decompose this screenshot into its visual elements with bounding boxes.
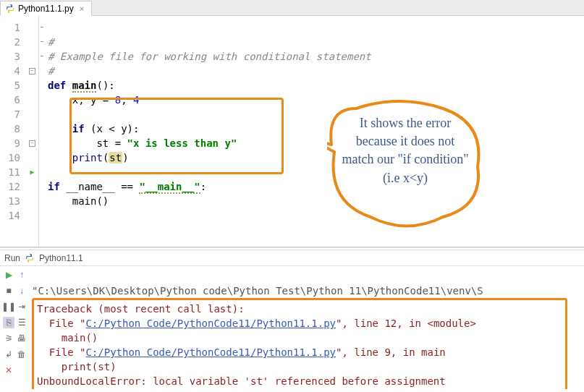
code-line: # Example file for working with conditio… xyxy=(48,51,371,62)
export-icon[interactable]: ⇥ xyxy=(16,301,27,312)
code-line xyxy=(48,166,54,178)
pause-icon[interactable]: ❚❚ xyxy=(3,301,14,312)
code-line: # xyxy=(48,36,54,48)
console-line: main() xyxy=(37,332,98,344)
console-error-line: UnboundLocalError: local variable 'st' r… xyxy=(37,375,446,387)
gutter-markers: − − ▶ xyxy=(26,16,39,247)
settings-icon[interactable]: ☰ xyxy=(16,317,27,328)
console-line: print(st) xyxy=(37,361,117,372)
code-editor[interactable]: 1234567891011121314 − − ▶ # # Example fi… xyxy=(0,16,584,247)
code-line xyxy=(48,108,54,120)
run-console-panel: ▶ ↑ ■ ↓ ❚❚ ⇥ ⎘ ☰ ⚞ 🖶 ↲ 🗑 ✕ "C:\Users\DK\… xyxy=(0,266,584,389)
console-toolbar: ▶ ↑ ■ ↓ ❚❚ ⇥ ⎘ ☰ ⚞ 🖶 ↲ 🗑 ✕ xyxy=(0,266,27,389)
file-tab-label: Python11.1.py xyxy=(18,4,74,14)
traceback-file-link[interactable]: C:/Python Code/PythonCode11/Python11.1.p… xyxy=(85,318,336,329)
code-line: x, y = 8, 4 xyxy=(48,94,139,106)
code-line xyxy=(48,210,54,221)
code-line: # xyxy=(48,65,54,77)
traceback-file-link[interactable]: C:/Python Code/PythonCode11/Python11.1.p… xyxy=(85,346,336,358)
traceback-highlight-box: Traceback (most recent call last): File … xyxy=(32,298,567,389)
close-panel-icon[interactable]: ✕ xyxy=(3,365,14,376)
code-content[interactable]: # # Example file for working with condit… xyxy=(45,16,584,247)
python-file-icon xyxy=(5,4,15,14)
line-number-gutter: 1234567891011121314 xyxy=(0,16,26,247)
console-line: "C:\Users\DK\Desktop\Python code\Python … xyxy=(32,285,483,297)
run-panel-header: Run Python11.1 xyxy=(0,250,584,266)
close-tab-icon[interactable]: × xyxy=(77,4,84,13)
code-line: def main(): xyxy=(48,80,115,93)
file-tab[interactable]: Python11.1.py × xyxy=(0,1,92,16)
scroll-down-icon[interactable]: ↓ xyxy=(16,285,27,297)
trash-icon[interactable]: 🗑 xyxy=(16,349,27,360)
filter-icon[interactable]: ⚞ xyxy=(3,333,14,344)
code-line: if (x < y): xyxy=(48,123,139,135)
fold-close-icon[interactable]: − xyxy=(29,140,35,147)
code-line xyxy=(48,224,54,236)
attach-icon[interactable]: ⎘ xyxy=(3,317,14,328)
code-line: main() xyxy=(48,195,109,207)
fold-bar xyxy=(39,16,45,247)
run-gutter-icon[interactable]: ▶ xyxy=(30,165,34,179)
run-panel-label: Run xyxy=(4,253,20,263)
run-config-name: Python11.1 xyxy=(39,253,83,263)
console-line: File "C:/Python Code/PythonCode11/Python… xyxy=(37,346,446,358)
stop-icon[interactable]: ■ xyxy=(3,285,14,297)
rerun-icon[interactable]: ▶ xyxy=(3,269,14,281)
python-run-icon xyxy=(25,253,35,263)
console-output[interactable]: "C:\Users\DK\Desktop\Python code\Python … xyxy=(27,266,584,389)
code-line: if __name__ == "__main__": xyxy=(48,181,206,194)
code-line: print(st) xyxy=(48,152,129,163)
wrap-icon[interactable]: ↲ xyxy=(3,349,14,360)
console-line: File "C:/Python Code/PythonCode11/Python… xyxy=(37,318,476,329)
console-line: Traceback (most recent call last): xyxy=(37,303,245,315)
print-icon[interactable]: 🖶 xyxy=(16,333,27,344)
scroll-up-icon[interactable]: ↑ xyxy=(16,269,27,281)
editor-tab-bar: Python11.1.py × xyxy=(0,0,584,16)
fold-icon[interactable]: − xyxy=(29,68,35,74)
code-line: st = "x is less than y" xyxy=(48,137,237,149)
